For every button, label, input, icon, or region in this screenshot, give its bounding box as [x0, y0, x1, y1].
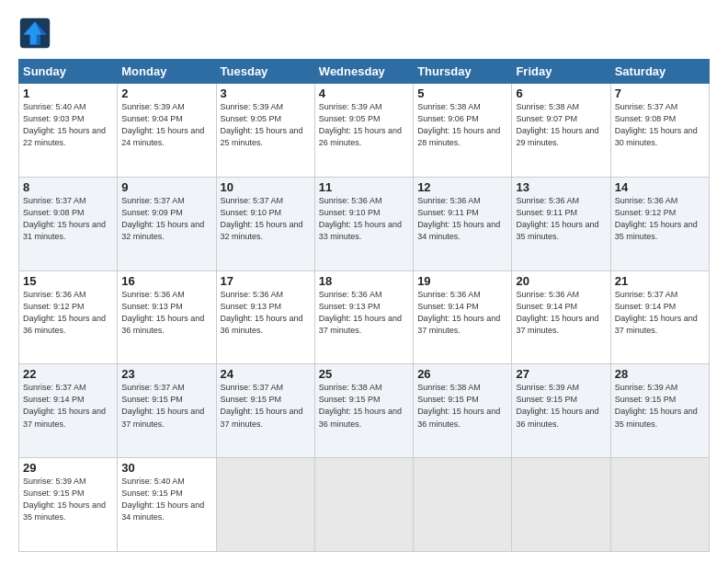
- day-number: 23: [121, 367, 211, 381]
- day-info: Sunrise: 5:36 AMSunset: 9:11 PMDaylight:…: [417, 196, 500, 241]
- day-header-friday: Friday: [512, 60, 610, 84]
- day-number: 5: [417, 86, 507, 100]
- logo: [18, 17, 57, 50]
- day-info: Sunrise: 5:38 AMSunset: 9:07 PMDaylight:…: [516, 102, 598, 147]
- day-info: Sunrise: 5:39 AMSunset: 9:05 PMDaylight:…: [221, 102, 303, 147]
- calendar-cell: 19Sunrise: 5:36 AMSunset: 9:14 PMDayligh…: [414, 270, 512, 364]
- day-header-wednesday: Wednesday: [314, 60, 413, 84]
- calendar-cell: 29Sunrise: 5:39 AMSunset: 9:15 PMDayligh…: [19, 458, 118, 552]
- day-info: Sunrise: 5:38 AMSunset: 9:06 PMDaylight:…: [417, 102, 500, 147]
- calendar-cell: 4Sunrise: 5:39 AMSunset: 9:05 PMDaylight…: [314, 84, 413, 178]
- day-number: 17: [221, 274, 311, 288]
- day-info: Sunrise: 5:36 AMSunset: 9:13 PMDaylight:…: [319, 290, 402, 335]
- day-info: Sunrise: 5:36 AMSunset: 9:12 PMDaylight:…: [615, 196, 698, 241]
- day-info: Sunrise: 5:36 AMSunset: 9:12 PMDaylight:…: [23, 290, 106, 335]
- calendar-cell: 5Sunrise: 5:38 AMSunset: 9:06 PMDaylight…: [414, 84, 512, 178]
- calendar-cell: [512, 458, 610, 552]
- day-info: Sunrise: 5:36 AMSunset: 9:10 PMDaylight:…: [319, 196, 402, 241]
- day-info: Sunrise: 5:37 AMSunset: 9:15 PMDaylight:…: [221, 383, 303, 428]
- header: [18, 17, 710, 50]
- calendar-cell: [414, 458, 512, 552]
- calendar-cell: 6Sunrise: 5:38 AMSunset: 9:07 PMDaylight…: [512, 84, 610, 178]
- calendar-week-5: 29Sunrise: 5:39 AMSunset: 9:15 PMDayligh…: [19, 458, 710, 552]
- day-number: 25: [319, 367, 409, 381]
- calendar-cell: 21Sunrise: 5:37 AMSunset: 9:14 PMDayligh…: [610, 270, 709, 364]
- day-info: Sunrise: 5:39 AMSunset: 9:15 PMDaylight:…: [516, 383, 598, 428]
- day-number: 26: [417, 367, 507, 381]
- calendar-week-1: 1Sunrise: 5:40 AMSunset: 9:03 PMDaylight…: [19, 84, 710, 178]
- calendar-cell: 13Sunrise: 5:36 AMSunset: 9:11 PMDayligh…: [512, 177, 610, 270]
- calendar-table: SundayMondayTuesdayWednesdayThursdayFrid…: [18, 59, 710, 552]
- calendar-cell: 8Sunrise: 5:37 AMSunset: 9:08 PMDaylight…: [19, 177, 118, 270]
- day-header-tuesday: Tuesday: [216, 60, 314, 84]
- day-number: 8: [23, 180, 113, 194]
- day-number: 19: [417, 274, 507, 288]
- calendar-cell: 20Sunrise: 5:36 AMSunset: 9:14 PMDayligh…: [512, 270, 610, 364]
- day-number: 20: [516, 274, 606, 288]
- calendar-cell: [610, 458, 709, 552]
- day-header-saturday: Saturday: [610, 60, 709, 84]
- calendar-cell: 1Sunrise: 5:40 AMSunset: 9:03 PMDaylight…: [19, 84, 118, 178]
- calendar-cell: 30Sunrise: 5:40 AMSunset: 9:15 PMDayligh…: [118, 458, 216, 552]
- day-info: Sunrise: 5:38 AMSunset: 9:15 PMDaylight:…: [417, 383, 500, 428]
- day-number: 22: [23, 367, 113, 381]
- day-number: 21: [615, 274, 705, 288]
- calendar-cell: 18Sunrise: 5:36 AMSunset: 9:13 PMDayligh…: [314, 270, 413, 364]
- calendar-cell: 26Sunrise: 5:38 AMSunset: 9:15 PMDayligh…: [414, 364, 512, 458]
- calendar-cell: 12Sunrise: 5:36 AMSunset: 9:11 PMDayligh…: [414, 177, 512, 270]
- day-number: 24: [221, 367, 311, 381]
- calendar-cell: 16Sunrise: 5:36 AMSunset: 9:13 PMDayligh…: [118, 270, 216, 364]
- day-number: 30: [121, 461, 211, 475]
- day-header-thursday: Thursday: [414, 60, 512, 84]
- day-info: Sunrise: 5:40 AMSunset: 9:03 PMDaylight:…: [23, 102, 106, 147]
- calendar-week-2: 8Sunrise: 5:37 AMSunset: 9:08 PMDaylight…: [19, 177, 710, 270]
- day-number: 29: [23, 461, 113, 475]
- page: SundayMondayTuesdayWednesdayThursdayFrid…: [0, 0, 728, 563]
- day-info: Sunrise: 5:37 AMSunset: 9:14 PMDaylight:…: [23, 383, 106, 428]
- day-info: Sunrise: 5:37 AMSunset: 9:10 PMDaylight:…: [221, 196, 303, 241]
- day-number: 1: [23, 86, 113, 100]
- calendar-cell: 11Sunrise: 5:36 AMSunset: 9:10 PMDayligh…: [314, 177, 413, 270]
- calendar-cell: 27Sunrise: 5:39 AMSunset: 9:15 PMDayligh…: [512, 364, 610, 458]
- day-info: Sunrise: 5:39 AMSunset: 9:15 PMDaylight:…: [23, 477, 106, 522]
- calendar-cell: 10Sunrise: 5:37 AMSunset: 9:10 PMDayligh…: [216, 177, 314, 270]
- calendar-week-3: 15Sunrise: 5:36 AMSunset: 9:12 PMDayligh…: [19, 270, 710, 364]
- day-number: 7: [615, 86, 705, 100]
- calendar-cell: 7Sunrise: 5:37 AMSunset: 9:08 PMDaylight…: [610, 84, 709, 178]
- day-number: 27: [516, 367, 606, 381]
- day-info: Sunrise: 5:36 AMSunset: 9:13 PMDaylight:…: [121, 290, 204, 335]
- calendar-cell: [216, 458, 314, 552]
- day-number: 4: [319, 86, 409, 100]
- day-number: 12: [417, 180, 507, 194]
- calendar-cell: 9Sunrise: 5:37 AMSunset: 9:09 PMDaylight…: [118, 177, 216, 270]
- calendar-cell: 14Sunrise: 5:36 AMSunset: 9:12 PMDayligh…: [610, 177, 709, 270]
- day-info: Sunrise: 5:39 AMSunset: 9:04 PMDaylight:…: [121, 102, 204, 147]
- day-number: 13: [516, 180, 606, 194]
- day-info: Sunrise: 5:39 AMSunset: 9:15 PMDaylight:…: [615, 383, 698, 428]
- calendar-cell: 2Sunrise: 5:39 AMSunset: 9:04 PMDaylight…: [118, 84, 216, 178]
- day-number: 2: [121, 86, 211, 100]
- day-header-sunday: Sunday: [19, 60, 118, 84]
- calendar-cell: 15Sunrise: 5:36 AMSunset: 9:12 PMDayligh…: [19, 270, 118, 364]
- calendar-cell: 23Sunrise: 5:37 AMSunset: 9:15 PMDayligh…: [118, 364, 216, 458]
- day-info: Sunrise: 5:36 AMSunset: 9:14 PMDaylight:…: [516, 290, 598, 335]
- calendar-cell: 25Sunrise: 5:38 AMSunset: 9:15 PMDayligh…: [314, 364, 413, 458]
- calendar-cell: [314, 458, 413, 552]
- calendar-cell: 3Sunrise: 5:39 AMSunset: 9:05 PMDaylight…: [216, 84, 314, 178]
- day-info: Sunrise: 5:37 AMSunset: 9:08 PMDaylight:…: [23, 196, 106, 241]
- day-number: 10: [221, 180, 311, 194]
- day-number: 16: [121, 274, 211, 288]
- day-number: 14: [615, 180, 705, 194]
- day-info: Sunrise: 5:37 AMSunset: 9:09 PMDaylight:…: [121, 196, 204, 241]
- day-info: Sunrise: 5:40 AMSunset: 9:15 PMDaylight:…: [121, 477, 204, 522]
- calendar-week-4: 22Sunrise: 5:37 AMSunset: 9:14 PMDayligh…: [19, 364, 710, 458]
- day-info: Sunrise: 5:37 AMSunset: 9:15 PMDaylight:…: [121, 383, 204, 428]
- day-number: 15: [23, 274, 113, 288]
- day-info: Sunrise: 5:36 AMSunset: 9:14 PMDaylight:…: [417, 290, 500, 335]
- calendar-cell: 17Sunrise: 5:36 AMSunset: 9:13 PMDayligh…: [216, 270, 314, 364]
- calendar-cell: 22Sunrise: 5:37 AMSunset: 9:14 PMDayligh…: [19, 364, 118, 458]
- logo-icon: [18, 17, 51, 50]
- day-number: 18: [319, 274, 409, 288]
- day-number: 3: [221, 86, 311, 100]
- day-info: Sunrise: 5:39 AMSunset: 9:05 PMDaylight:…: [319, 102, 402, 147]
